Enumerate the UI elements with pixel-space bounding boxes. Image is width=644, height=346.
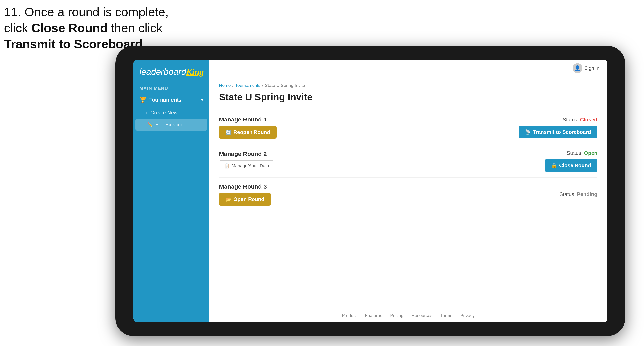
sidebar-item-tournaments[interactable]: 🏆 Tournaments ▾ bbox=[134, 93, 209, 107]
page-title: State U Spring Invite bbox=[219, 92, 598, 103]
round-3-status-value: Pending bbox=[577, 191, 598, 197]
round-1-status: Status: Closed bbox=[562, 117, 598, 123]
tablet-screen: leaderboardKing MAIN MENU 🏆 Tournaments … bbox=[134, 60, 607, 322]
round-2-title: Manage Round 2 bbox=[219, 151, 274, 157]
round-2-right: Status: Open 🔒 Close Round bbox=[545, 150, 598, 172]
audit-icon: 📋 bbox=[224, 163, 230, 169]
open-round-icon: 📂 bbox=[226, 197, 232, 202]
round-3-title: Manage Round 3 bbox=[219, 183, 271, 190]
sidebar-edit-label: Edit Existing bbox=[155, 122, 184, 128]
edit-icon: ✏️ bbox=[147, 122, 153, 128]
breadcrumb: Home / Tournaments / State U Spring Invi… bbox=[219, 83, 598, 88]
app-layout: leaderboardKing MAIN MENU 🏆 Tournaments … bbox=[134, 60, 607, 322]
sidebar: leaderboardKing MAIN MENU 🏆 Tournaments … bbox=[134, 60, 209, 322]
round-3-right: Status: Pending bbox=[559, 191, 598, 197]
instruction-line2: click Close Round then click bbox=[4, 20, 169, 36]
reopen-icon: 🔄 bbox=[226, 130, 232, 135]
breadcrumb-tournaments[interactable]: Tournaments bbox=[235, 83, 260, 88]
transmit-icon: 📡 bbox=[525, 129, 531, 135]
round-1-left: Manage Round 1 🔄 Reopen Round bbox=[219, 116, 276, 139]
instruction-line1: 11. Once a round is complete, bbox=[4, 4, 169, 20]
sidebar-create-label: Create New bbox=[150, 110, 178, 116]
logo-area: leaderboardKing bbox=[134, 60, 209, 81]
close-round-label: Close Round bbox=[559, 163, 591, 169]
trophy-icon: 🏆 bbox=[140, 97, 146, 103]
round-2-status-label: Status: bbox=[566, 150, 583, 156]
transmit-label: Transmit to Scoreboard bbox=[533, 129, 591, 135]
round-3-status-label: Status: bbox=[559, 191, 576, 197]
logo: leaderboardKing bbox=[140, 67, 203, 77]
plus-icon: + bbox=[145, 110, 148, 115]
logo-king: King bbox=[186, 67, 204, 77]
round-2-status-value: Open bbox=[584, 150, 598, 156]
sidebar-tournaments-label: Tournaments bbox=[149, 97, 182, 103]
breadcrumb-home[interactable]: Home bbox=[219, 83, 231, 88]
instruction-text: 11. Once a round is complete, click Clos… bbox=[4, 4, 169, 52]
chevron-down-icon: ▾ bbox=[201, 97, 203, 103]
round-1-title: Manage Round 1 bbox=[219, 116, 276, 123]
close-round-button[interactable]: 🔒 Close Round bbox=[545, 159, 598, 172]
footer-privacy[interactable]: Privacy bbox=[460, 313, 474, 318]
footer-terms[interactable]: Terms bbox=[440, 313, 452, 318]
sidebar-create-new[interactable]: + Create New bbox=[134, 107, 209, 119]
main-menu-label: MAIN MENU bbox=[134, 81, 209, 93]
round-1-right: Status: Closed 📡 Transmit to Scoreboard bbox=[518, 117, 598, 138]
footer-resources[interactable]: Resources bbox=[412, 313, 432, 318]
round-3-status: Status: Pending bbox=[559, 191, 598, 197]
round-2-left: Manage Round 2 📋 Manage/Audit Data bbox=[219, 151, 274, 171]
header-bar: 👤 Sign In bbox=[209, 60, 607, 77]
lock-icon: 🔒 bbox=[551, 163, 557, 169]
round-1-status-label: Status: bbox=[562, 117, 579, 123]
page-content: Home / Tournaments / State U Spring Invi… bbox=[209, 77, 607, 309]
main-content: 👤 Sign In Home / Tournaments / State U S… bbox=[209, 60, 607, 322]
round-1-row: Manage Round 1 🔄 Reopen Round Status: Cl… bbox=[219, 111, 598, 144]
footer: Product Features Pricing Resources Terms… bbox=[209, 309, 607, 322]
round-3-row: Manage Round 3 📂 Open Round Status: Pend… bbox=[219, 177, 598, 211]
round-2-status: Status: Open bbox=[566, 150, 598, 156]
transmit-to-scoreboard-button[interactable]: 📡 Transmit to Scoreboard bbox=[518, 126, 598, 138]
round-1-status-value: Closed bbox=[580, 117, 598, 123]
reopen-round-button[interactable]: 🔄 Reopen Round bbox=[219, 126, 276, 139]
open-round-label: Open Round bbox=[234, 196, 264, 202]
sign-in-label: Sign In bbox=[584, 65, 600, 71]
reopen-round-label: Reopen Round bbox=[234, 129, 270, 135]
avatar: 👤 bbox=[572, 63, 582, 73]
footer-features[interactable]: Features bbox=[365, 313, 382, 318]
footer-product[interactable]: Product bbox=[342, 313, 357, 318]
sidebar-edit-existing[interactable]: ✏️ Edit Existing bbox=[136, 119, 207, 131]
manage-audit-label: Manage/Audit Data bbox=[232, 163, 269, 169]
open-round-button[interactable]: 📂 Open Round bbox=[219, 193, 271, 206]
round-3-left: Manage Round 3 📂 Open Round bbox=[219, 183, 271, 206]
breadcrumb-current: State U Spring Invite bbox=[265, 83, 305, 88]
footer-pricing[interactable]: Pricing bbox=[390, 313, 404, 318]
round-2-row: Manage Round 2 📋 Manage/Audit Data Statu… bbox=[219, 144, 598, 177]
breadcrumb-sep1: / bbox=[232, 83, 234, 88]
manage-audit-button[interactable]: 📋 Manage/Audit Data bbox=[219, 161, 274, 171]
tablet-shell: leaderboardKing MAIN MENU 🏆 Tournaments … bbox=[116, 46, 625, 336]
sign-in-button[interactable]: 👤 Sign In bbox=[572, 63, 600, 73]
breadcrumb-sep2: / bbox=[262, 83, 263, 88]
